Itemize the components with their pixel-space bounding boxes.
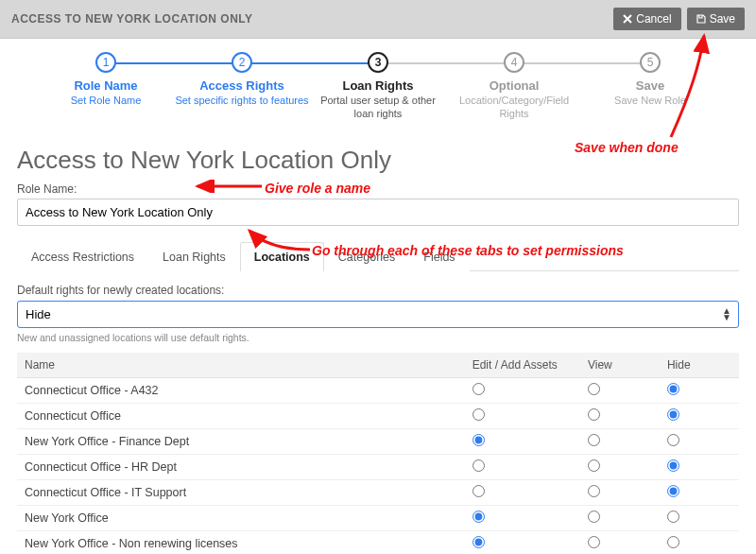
radio-edit[interactable] (472, 511, 485, 523)
radio-view[interactable] (588, 383, 600, 395)
location-name: Connecticut Office - A432 (17, 377, 465, 403)
radio-cell-view (580, 479, 660, 505)
step-title: Optional (446, 78, 582, 93)
radio-cell-edit (465, 377, 580, 403)
column-header: Name (17, 353, 465, 378)
table-row: Connecticut Office - A432 (17, 377, 739, 403)
cancel-label: Cancel (636, 12, 671, 26)
tab-locations[interactable]: Locations (240, 242, 324, 271)
radio-edit[interactable] (472, 536, 485, 548)
radio-view[interactable] (588, 459, 600, 472)
save-icon (696, 14, 706, 24)
table-row: Connecticut Office - IT Support (17, 479, 739, 505)
default-rights-label: Default rights for newly created locatio… (17, 284, 224, 297)
default-rights-select[interactable]: Hide (17, 301, 739, 328)
tabs-bar: Access RestrictionsLoan RightsLocationsC… (17, 241, 739, 271)
radio-cell-edit (465, 454, 580, 479)
step-subtitle: Save New Role (582, 95, 718, 108)
radio-hide[interactable] (667, 511, 679, 523)
step-subtitle: Set specific rights to features (174, 95, 310, 108)
radio-hide[interactable] (667, 434, 679, 446)
tab-fields[interactable]: Fields (409, 242, 469, 271)
step-circle: 1 (95, 52, 116, 73)
radio-view[interactable] (588, 485, 600, 497)
radio-view[interactable] (588, 408, 600, 421)
wizard-step-1[interactable]: 1Role NameSet Role Name (38, 52, 174, 121)
radio-cell-hide (660, 377, 739, 403)
table-row: New York Office - Finance Dept (17, 428, 739, 454)
location-name: New York Office (17, 505, 465, 530)
radio-hide[interactable] (667, 383, 679, 395)
step-title: Save (582, 78, 718, 93)
radio-cell-view (580, 454, 660, 479)
radio-edit[interactable] (472, 383, 485, 395)
radio-edit[interactable] (472, 485, 485, 497)
table-row: Connecticut Office (17, 403, 739, 428)
role-name-label: Role Name: (17, 182, 739, 196)
wizard-steps: 1Role NameSet Role Name2Access RightsSet… (0, 39, 756, 127)
radio-edit[interactable] (472, 459, 485, 472)
radio-cell-hide (660, 403, 739, 428)
step-subtitle: Set Role Name (38, 95, 174, 108)
radio-cell-view (580, 377, 660, 403)
column-header: Hide (660, 353, 739, 378)
step-circle: 4 (504, 52, 524, 73)
radio-hide[interactable] (667, 459, 679, 472)
header-bar: ACCESS TO NEW YORK LOCATION ONLY Cancel … (0, 0, 756, 39)
step-title: Access Rights (174, 78, 310, 93)
radio-hide[interactable] (667, 536, 679, 548)
radio-cell-edit (465, 479, 580, 505)
radio-hide[interactable] (667, 408, 679, 421)
tab-loan-rights[interactable]: Loan Rights (148, 242, 240, 271)
locations-table: NameEdit / Add AssetsViewHide Connecticu… (17, 353, 739, 555)
header-title: ACCESS TO NEW YORK LOCATION ONLY (11, 12, 608, 26)
table-row: New York Office - Non renewing licenses (17, 530, 739, 554)
radio-edit[interactable] (472, 408, 485, 421)
step-subtitle: Portal user setup & other loan rights (310, 95, 446, 121)
step-circle: 2 (232, 52, 252, 73)
radio-cell-edit (465, 403, 580, 428)
save-label: Save (710, 12, 735, 26)
save-button[interactable]: Save (687, 8, 745, 30)
radio-cell-hide (660, 505, 739, 530)
radio-cell-view (580, 428, 660, 454)
table-row: Connecticut Office - HR Dept (17, 454, 739, 479)
location-name: New York Office - Finance Dept (17, 428, 465, 454)
step-circle: 5 (640, 52, 661, 73)
table-row: New York Office (17, 505, 739, 530)
location-name: New York Office - Non renewing licenses (17, 530, 465, 554)
step-title: Loan Rights (310, 78, 446, 93)
step-subtitle: Location/Category/Field Rights (446, 95, 582, 121)
radio-view[interactable] (588, 511, 600, 523)
radio-cell-hide (660, 530, 739, 554)
radio-view[interactable] (588, 536, 600, 548)
tab-access-restrictions[interactable]: Access Restrictions (17, 242, 148, 271)
radio-cell-view (580, 403, 660, 428)
radio-cell-edit (465, 428, 580, 454)
step-circle: 3 (368, 52, 388, 73)
radio-cell-hide (660, 454, 739, 479)
close-icon (623, 14, 632, 24)
location-name: Connecticut Office (17, 403, 465, 428)
step-title: Role Name (38, 78, 174, 93)
location-name: Connecticut Office - HR Dept (17, 454, 465, 479)
role-name-input[interactable] (17, 199, 739, 226)
page-heading: Access to New York Location Only (17, 146, 739, 175)
column-header: Edit / Add Assets (465, 353, 580, 378)
radio-cell-view (580, 505, 660, 530)
radio-cell-view (580, 530, 660, 554)
radio-edit[interactable] (472, 434, 485, 446)
location-name: Connecticut Office - IT Support (17, 479, 465, 505)
radio-cell-edit (465, 505, 580, 530)
radio-hide[interactable] (667, 485, 679, 497)
cancel-button[interactable]: Cancel (613, 8, 680, 30)
radio-cell-hide (660, 479, 739, 505)
radio-cell-edit (465, 530, 580, 554)
radio-cell-hide (660, 428, 739, 454)
tab-categories[interactable]: Categories (324, 242, 409, 271)
radio-view[interactable] (588, 434, 600, 446)
column-header: View (580, 353, 660, 378)
default-rights-hint: New and unassigned locations will use de… (17, 332, 739, 343)
